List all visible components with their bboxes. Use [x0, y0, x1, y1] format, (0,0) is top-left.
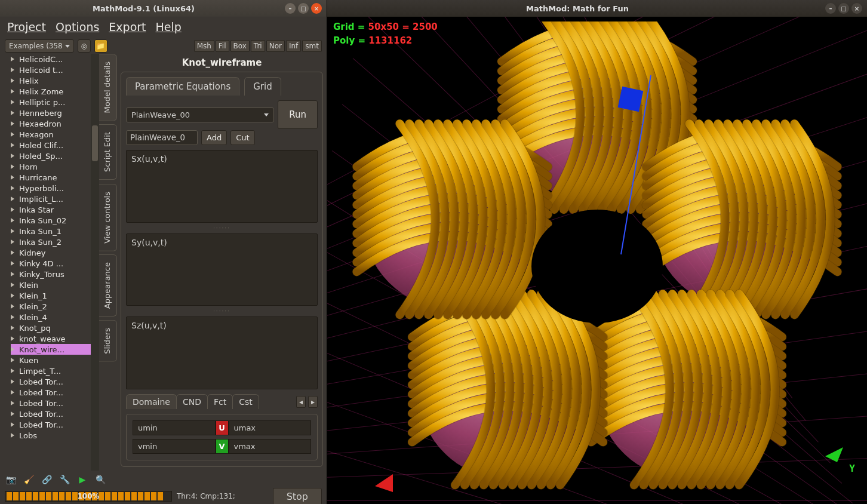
- menu-help[interactable]: Help: [156, 20, 182, 33]
- sx-equation[interactable]: Sx(u,v,t): [126, 150, 318, 223]
- umin-field[interactable]: umin: [133, 420, 216, 435]
- tree-item[interactable]: Holed_Sp...: [11, 150, 99, 161]
- btn-smt[interactable]: smt: [302, 40, 322, 52]
- btn-box[interactable]: Box: [230, 40, 250, 52]
- tree-item[interactable]: knot_weave: [11, 333, 99, 344]
- vtab-model-details[interactable]: Model details: [99, 54, 117, 121]
- btn-msh[interactable]: Msh: [194, 40, 214, 52]
- tree-item[interactable]: Horn: [11, 161, 99, 172]
- camera-icon[interactable]: 📷: [5, 474, 17, 485]
- tree-item[interactable]: Kinky_Torus: [11, 269, 99, 279]
- tree-item[interactable]: Lobed Tor...: [11, 398, 99, 408]
- folder-icon[interactable]: 📁: [94, 39, 107, 53]
- subtab-domaine[interactable]: Domaine: [126, 394, 177, 409]
- umax-field[interactable]: umax: [229, 420, 312, 435]
- tree-item[interactable]: Klein_2: [11, 301, 99, 312]
- v-chip[interactable]: V: [216, 439, 229, 454]
- minimize-icon[interactable]: –: [825, 3, 836, 14]
- subtab-next-button[interactable]: ▸: [308, 396, 318, 408]
- tree-item[interactable]: Hexagon: [11, 129, 99, 140]
- tree-item[interactable]: Inka Sun_02: [11, 215, 99, 226]
- tree-item[interactable]: HelicoidC...: [11, 54, 99, 64]
- triangle-right-icon: [11, 379, 14, 384]
- tree-item[interactable]: Hyperboli...: [11, 183, 99, 193]
- zoom-icon[interactable]: 🔍: [94, 474, 106, 485]
- status-bar: 100% Thr:4; Cmp:131; Stop: [0, 488, 327, 504]
- vtab-view-controls[interactable]: View controls: [99, 184, 117, 251]
- tree-item[interactable]: Klein: [11, 279, 99, 290]
- tab-grid[interactable]: Grid: [244, 77, 281, 96]
- vtab-sliders[interactable]: Sliders: [99, 320, 117, 362]
- play-icon[interactable]: ▶: [76, 474, 88, 485]
- menu-project[interactable]: Project: [7, 20, 46, 33]
- splitter-handle[interactable]: ······: [126, 225, 318, 231]
- titlebar: MathMod-9.1 (Linux64) – □ ×: [0, 0, 327, 17]
- tree-item[interactable]: Lobed Tor...: [11, 419, 99, 430]
- tree-item[interactable]: Klein_1: [11, 290, 99, 301]
- tree-item[interactable]: Helliptic p...: [11, 97, 99, 107]
- maximize-icon[interactable]: □: [298, 3, 309, 14]
- btn-fil[interactable]: Fil: [216, 40, 229, 52]
- tree-item[interactable]: Holed Clif...: [11, 140, 99, 150]
- vtab-script-edit[interactable]: Script Edit: [99, 124, 117, 180]
- minimize-icon[interactable]: –: [285, 3, 296, 14]
- tree-item[interactable]: Inka Star: [11, 204, 99, 215]
- examples-dropdown[interactable]: Examples (358: [5, 39, 74, 53]
- subtab-cnd[interactable]: CND: [176, 394, 208, 409]
- chevron-down-icon: [264, 113, 269, 116]
- subtab-fct[interactable]: Fct: [207, 394, 233, 409]
- vtab-appearance[interactable]: Appearance: [99, 254, 117, 316]
- tree-item[interactable]: Inka Sun_1: [11, 226, 99, 236]
- btn-inf[interactable]: Inf: [286, 40, 301, 52]
- close-icon[interactable]: ×: [311, 3, 322, 14]
- link-icon[interactable]: 🔗: [41, 474, 53, 485]
- wrench-icon[interactable]: 🔧: [59, 474, 70, 485]
- tree-item[interactable]: Hexaedron: [11, 118, 99, 129]
- tree-item[interactable]: Knot_pq: [11, 322, 99, 333]
- tree-item[interactable]: Hurricane: [11, 172, 99, 183]
- tree-item[interactable]: Lobs: [11, 430, 99, 441]
- tree-item[interactable]: Kinky 4D ...: [11, 258, 99, 269]
- target-icon[interactable]: ◎: [78, 39, 91, 53]
- component-name-input[interactable]: [126, 130, 198, 145]
- tree-item[interactable]: Helix: [11, 75, 99, 86]
- splitter-handle[interactable]: ······: [126, 308, 318, 314]
- menu-export[interactable]: Export: [109, 20, 146, 33]
- sy-equation[interactable]: Sy(u,v,t): [126, 233, 318, 306]
- tree-item[interactable]: Kidney: [11, 247, 99, 258]
- subtab-prev-button[interactable]: ◂: [296, 396, 306, 408]
- btn-tri[interactable]: Tri: [251, 40, 265, 52]
- vmax-field[interactable]: vmax: [229, 439, 312, 454]
- vmin-field[interactable]: vmin: [133, 439, 216, 454]
- tree-item[interactable]: Helicoid t...: [11, 64, 99, 75]
- tree-item[interactable]: Henneberg: [11, 107, 99, 118]
- component-select[interactable]: PlainWeave_00: [126, 107, 274, 122]
- tree-item[interactable]: Kuen: [11, 355, 99, 365]
- close-icon[interactable]: ×: [851, 3, 862, 14]
- run-button[interactable]: Run: [278, 100, 318, 129]
- subtab-cst[interactable]: Cst: [232, 394, 259, 409]
- tree-item[interactable]: Klein_4: [11, 312, 99, 322]
- brush-icon[interactable]: 🧹: [23, 474, 35, 485]
- tree-item[interactable]: Implicit_L...: [11, 193, 99, 204]
- add-button[interactable]: Add: [201, 130, 227, 145]
- cut-button[interactable]: Cut: [230, 130, 254, 145]
- tree-item[interactable]: Helix Zome: [11, 86, 99, 97]
- tree-item-label: Helix Zome: [19, 87, 63, 96]
- opengl-viewport[interactable]: Y Grid = 50x50 = 2500 Poly = 1131162: [327, 17, 867, 504]
- tree-item[interactable]: Knot_wire...: [11, 344, 99, 355]
- maximize-icon[interactable]: □: [838, 3, 849, 14]
- tree-scrollbar[interactable]: [91, 54, 99, 471]
- sz-equation[interactable]: Sz(u,v,t): [126, 316, 318, 389]
- hud-grid-label: Grid =: [333, 21, 368, 32]
- tree-item[interactable]: Lobed Tor...: [11, 376, 99, 387]
- u-chip[interactable]: U: [216, 420, 229, 435]
- tab-parametric[interactable]: Parametric Equations: [126, 77, 239, 96]
- stop-button[interactable]: Stop: [273, 488, 322, 505]
- tree-item[interactable]: Limpet_T...: [11, 365, 99, 376]
- btn-nor[interactable]: Nor: [266, 40, 285, 52]
- menu-options[interactable]: Options: [56, 20, 99, 33]
- tree-item[interactable]: Inka Sun_2: [11, 236, 99, 247]
- tree-item[interactable]: Lobed Tor...: [11, 387, 99, 398]
- tree-item[interactable]: Lobed Tor...: [11, 408, 99, 419]
